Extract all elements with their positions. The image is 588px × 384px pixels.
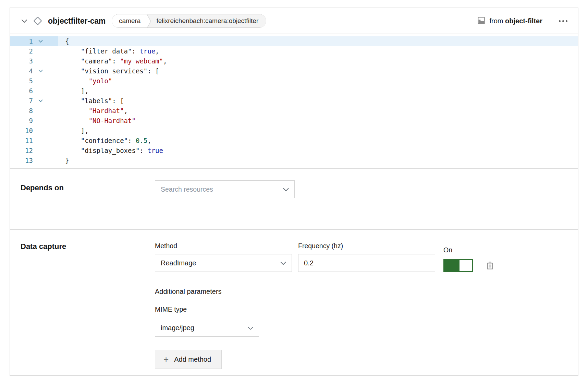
- fold-spacer: [33, 56, 48, 66]
- mime-type-select[interactable]: image/jpeg: [155, 319, 259, 337]
- component-model-badge: camera felixreichenbach:camera:objectfil…: [112, 14, 266, 28]
- fold-spacer: [33, 86, 48, 96]
- line-number: 5: [10, 76, 33, 86]
- fold-spacer: [33, 76, 48, 86]
- chevron-down-icon: [248, 324, 253, 332]
- code-line[interactable]: 6 ],: [10, 86, 578, 96]
- method-select[interactable]: ReadImage: [155, 254, 292, 272]
- data-capture-section: Data capture Method ReadImage Frequency …: [10, 229, 578, 376]
- search-resources-placeholder: Search resources: [161, 185, 213, 193]
- more-options-button[interactable]: [558, 18, 568, 24]
- gutter: 10: [10, 126, 58, 136]
- data-capture-heading: Data capture: [21, 242, 155, 369]
- capture-toggle[interactable]: [443, 259, 473, 272]
- line-number: 3: [10, 56, 33, 66]
- component-type-icon: [32, 15, 43, 26]
- fold-spacer: [33, 136, 48, 146]
- badge-divider-chevron-icon: [146, 14, 151, 27]
- gutter: 7: [10, 96, 58, 106]
- line-number: 4: [10, 66, 33, 76]
- code-line[interactable]: 9 "NO-Hardhat": [10, 116, 578, 126]
- code-content: "NO-Hardhat": [58, 116, 136, 126]
- frequency-label: Frequency (hz): [298, 242, 435, 250]
- gutter: 3: [10, 56, 58, 66]
- code-content: ],: [58, 126, 89, 136]
- code-content: ],: [58, 86, 89, 96]
- gutter: 2: [10, 46, 58, 56]
- fold-spacer: [33, 126, 48, 136]
- component-name: objectfilter-cam: [48, 16, 106, 26]
- search-resources-combobox[interactable]: Search resources: [155, 180, 295, 198]
- method-label: Method: [155, 242, 292, 250]
- depends-on-section: Depends on Search resources: [10, 168, 578, 229]
- code-line[interactable]: 1{: [10, 36, 578, 46]
- code-line[interactable]: 3 "camera": "my_webcam",: [10, 56, 578, 66]
- badge-type: camera: [112, 14, 146, 27]
- ellipsis-icon: [559, 20, 561, 22]
- fold-spacer: [33, 116, 48, 126]
- frequency-input[interactable]: [298, 254, 435, 272]
- add-method-button[interactable]: + Add method: [155, 350, 222, 369]
- gutter: 11: [10, 136, 58, 146]
- code-content: "vision_services": [: [58, 66, 159, 76]
- gutter: 1: [10, 36, 58, 46]
- code-line[interactable]: 4 "vision_services": [: [10, 66, 578, 76]
- toggle-knob: [460, 260, 472, 271]
- line-number: 1: [10, 36, 33, 46]
- depends-on-heading: Depends on: [21, 180, 155, 198]
- code-line[interactable]: 13}: [10, 156, 578, 166]
- collapse-chevron-icon[interactable]: [20, 19, 29, 23]
- gutter: 4: [10, 66, 58, 76]
- line-number: 2: [10, 46, 33, 56]
- code-editor[interactable]: 1{2 "filter_data": true,3 "camera": "my_…: [10, 34, 578, 168]
- fold-toggle-icon[interactable]: [33, 96, 48, 106]
- gutter: 8: [10, 106, 58, 116]
- line-number: 7: [10, 96, 33, 106]
- fold-spacer: [33, 106, 48, 116]
- mime-type-label: MIME type: [155, 305, 494, 313]
- line-number: 10: [10, 126, 33, 136]
- code-line[interactable]: 8 "Hardhat",: [10, 106, 578, 116]
- badge-model: felixreichenbach:camera:objectfilter: [151, 14, 266, 27]
- fold-spacer: [33, 46, 48, 56]
- ellipsis-icon: [566, 20, 567, 22]
- on-label: On: [443, 246, 494, 254]
- code-content: {: [58, 36, 69, 46]
- code-line[interactable]: 7 "labels": [: [10, 96, 578, 106]
- code-content: "labels": [: [58, 96, 124, 106]
- fold-toggle-icon[interactable]: [33, 66, 48, 76]
- method-value: ReadImage: [161, 259, 196, 267]
- line-number: 11: [10, 136, 33, 146]
- code-line[interactable]: 10 ],: [10, 126, 578, 136]
- code-line[interactable]: 2 "filter_data": true,: [10, 46, 578, 56]
- gutter: 5: [10, 76, 58, 86]
- code-content: "filter_data": true,: [58, 46, 159, 56]
- add-method-label: Add method: [174, 356, 211, 363]
- code-line[interactable]: 5 "yolo": [10, 76, 578, 86]
- fold-toggle-icon[interactable]: [33, 36, 48, 46]
- code-content: "camera": "my_webcam",: [58, 56, 167, 66]
- module-name: object-filter: [505, 17, 542, 25]
- gutter: 6: [10, 86, 58, 96]
- gutter: 12: [10, 146, 58, 156]
- chevron-down-icon: [283, 185, 289, 193]
- line-number: 9: [10, 116, 33, 126]
- code-line[interactable]: 12 "display_boxes": true: [10, 146, 578, 156]
- code-content: "confidence": 0.5,: [58, 136, 151, 146]
- line-number: 6: [10, 86, 33, 96]
- mime-type-value: image/jpeg: [161, 324, 194, 332]
- code-content: "yolo": [58, 76, 112, 86]
- trash-icon: [486, 261, 494, 270]
- fold-spacer: [33, 146, 48, 156]
- code-line[interactable]: 11 "confidence": 0.5,: [10, 136, 578, 146]
- from-module-text: from object-filter: [490, 17, 542, 25]
- ellipsis-icon: [562, 20, 564, 22]
- component-header: objectfilter-cam camera felixreichenbach…: [10, 8, 578, 34]
- component-card: objectfilter-cam camera felixreichenbach…: [10, 8, 578, 376]
- line-number: 8: [10, 106, 33, 116]
- module-icon: [477, 16, 486, 26]
- line-number: 12: [10, 146, 33, 156]
- code-content: }: [58, 156, 69, 166]
- gutter: 9: [10, 116, 58, 126]
- delete-method-button[interactable]: [486, 261, 494, 270]
